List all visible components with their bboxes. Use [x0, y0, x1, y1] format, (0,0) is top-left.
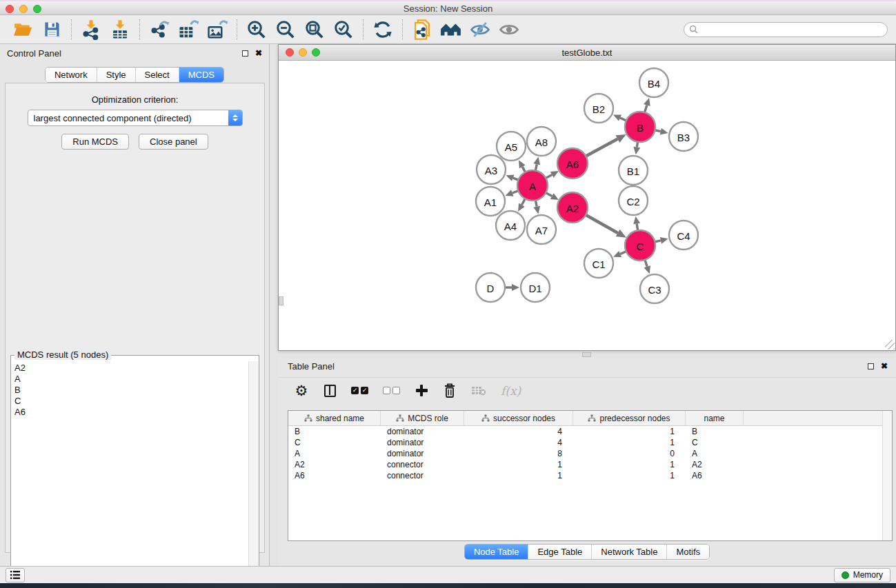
graph-edge-B-B4[interactable] [645, 105, 647, 112]
tab-edge-table[interactable]: Edge Table [528, 545, 591, 559]
show-panels-button[interactable] [495, 17, 524, 42]
mcds-result-list[interactable]: A2ABCA6 [12, 361, 248, 585]
table-cell[interactable]: A [686, 449, 744, 458]
graph-edge-C-C1[interactable] [620, 252, 626, 254]
home-view-button[interactable] [437, 17, 466, 42]
network-canvas[interactable]: B4B2BB3A8A5A6A3B1AA1C2A2A4A7C4CC1C3DD1 [279, 61, 895, 350]
tab-network-table[interactable]: Network Table [591, 545, 666, 559]
float-panel-icon[interactable] [242, 50, 248, 57]
graph-edge-A-A3[interactable] [513, 178, 519, 180]
table-cell[interactable]: A2 [686, 460, 744, 469]
table-cell[interactable]: 1 [573, 438, 686, 447]
table-row[interactable]: Adominator80A [288, 448, 892, 459]
tab-style[interactable]: Style [97, 68, 135, 82]
table-row[interactable]: A6connector11A6 [288, 470, 892, 481]
import-network-button[interactable] [77, 17, 106, 42]
graph-edge-C-C2[interactable] [637, 224, 637, 231]
table-cell[interactable]: 1 [573, 427, 686, 436]
mcds-result-item[interactable]: A6 [14, 407, 248, 418]
column-view-button[interactable] [323, 382, 337, 400]
refresh-button[interactable] [368, 17, 397, 42]
table-settings-button[interactable]: ⚙ [295, 382, 308, 400]
graph-edge-A-A1[interactable] [512, 191, 519, 193]
network-graph[interactable]: B4B2BB3A8A5A6A3B1AA1C2A2A4A7C4CC1C3DD1 [279, 61, 895, 350]
run-mcds-button[interactable]: Run MCDS [61, 134, 129, 150]
table-cell[interactable]: C [288, 438, 381, 447]
column-header-name[interactable]: name [686, 411, 744, 426]
table-cell[interactable]: B [288, 427, 381, 436]
deselect-all-button[interactable] [383, 382, 400, 400]
zoom-fit-button[interactable] [300, 17, 329, 42]
graph-edge-A-A8[interactable] [535, 164, 537, 170]
table-cell[interactable]: A6 [288, 471, 381, 480]
table-cell[interactable]: 1 [573, 460, 686, 469]
delete-column-button[interactable] [443, 382, 457, 400]
graph-edge-A2-C[interactable] [586, 215, 618, 233]
table-scrollbar[interactable] [882, 411, 892, 540]
save-session-button[interactable] [37, 17, 66, 42]
zoom-in-button[interactable] [242, 17, 271, 42]
table-cell[interactable]: 0 [573, 449, 686, 458]
tab-network[interactable]: Network [46, 68, 97, 82]
close-panel-icon[interactable]: ✖ [881, 363, 888, 369]
table-cell[interactable]: C [686, 438, 744, 447]
mcds-result-item[interactable]: B [14, 385, 248, 396]
column-header-successor-nodes[interactable]: successor nodes [464, 411, 573, 426]
table-cell[interactable]: 1 [573, 471, 686, 480]
add-column-button[interactable] [415, 382, 428, 400]
graph-edge-A-A2[interactable] [546, 193, 552, 196]
graph-edge-C-C3[interactable] [645, 260, 647, 267]
table-cell[interactable]: 1 [464, 460, 573, 469]
table-row[interactable]: Cdominator41C [288, 437, 892, 448]
table-cell[interactable]: dominator [381, 438, 464, 447]
horizontal-splitter-handle[interactable] [582, 352, 591, 357]
table-cell[interactable]: 4 [464, 438, 573, 447]
result-scrollbar[interactable] [248, 361, 258, 585]
graph-edge-A6-B[interactable] [586, 139, 617, 156]
close-panel-icon[interactable]: ✖ [255, 50, 262, 57]
table-cell[interactable]: A [288, 449, 381, 458]
memory-button[interactable]: Memory [834, 568, 890, 582]
select-all-button[interactable]: ✓✓ [351, 382, 368, 400]
resize-grip-icon[interactable] [885, 340, 895, 349]
table-cell[interactable]: dominator [381, 449, 464, 458]
table-cell[interactable]: dominator [381, 427, 464, 436]
column-header-predecessor-nodes[interactable]: predecessor nodes [573, 411, 686, 426]
import-table-button[interactable] [106, 17, 135, 42]
graph-edge-B-B3[interactable] [655, 130, 660, 132]
task-history-button[interactable] [6, 568, 25, 582]
table-row[interactable]: A2connector11A2 [288, 459, 892, 470]
export-image-button[interactable] [203, 17, 232, 42]
graph-edge-A-A5[interactable] [522, 167, 525, 172]
close-panel-button[interactable]: Close panel [139, 134, 208, 150]
graph-edge-A-A7[interactable] [535, 201, 537, 207]
export-network-button[interactable] [145, 17, 174, 42]
tab-select[interactable]: Select [135, 68, 179, 82]
hide-unhide-panels-button[interactable] [466, 17, 495, 42]
graph-edge-A-A4[interactable] [521, 199, 525, 205]
graph-edge-A-A6[interactable] [546, 174, 552, 178]
mcds-result-item[interactable]: A [14, 374, 248, 385]
table-cell[interactable]: 1 [464, 471, 573, 480]
export-table-button[interactable] [174, 17, 203, 42]
criterion-dropdown[interactable]: largest connected component (directed) [28, 110, 243, 126]
zoom-selected-button[interactable] [329, 17, 358, 42]
tab-node-table[interactable]: Node Table [465, 545, 528, 559]
table-cell[interactable]: 8 [464, 449, 573, 458]
table-cell[interactable]: 4 [464, 427, 573, 436]
table-cell[interactable]: connector [381, 471, 464, 480]
float-panel-icon[interactable] [868, 363, 874, 369]
table-cell[interactable]: B [686, 427, 744, 436]
zoom-out-button[interactable] [271, 17, 300, 42]
mcds-result-item[interactable]: A2 [14, 363, 248, 374]
graph-edge-B-B2[interactable] [620, 118, 626, 121]
network-window-titlebar[interactable]: testGlobe.txt [279, 45, 895, 61]
tab-motifs[interactable]: Motifs [666, 545, 709, 559]
table-cell[interactable]: A6 [686, 471, 744, 480]
search-input[interactable] [701, 25, 882, 34]
tab-mcds[interactable]: MCDS [179, 68, 223, 82]
open-session-button[interactable] [8, 17, 37, 42]
vertical-splitter-handle[interactable] [279, 296, 283, 305]
table-cell[interactable]: connector [381, 460, 464, 469]
graph-edge-C-C4[interactable] [655, 241, 661, 242]
